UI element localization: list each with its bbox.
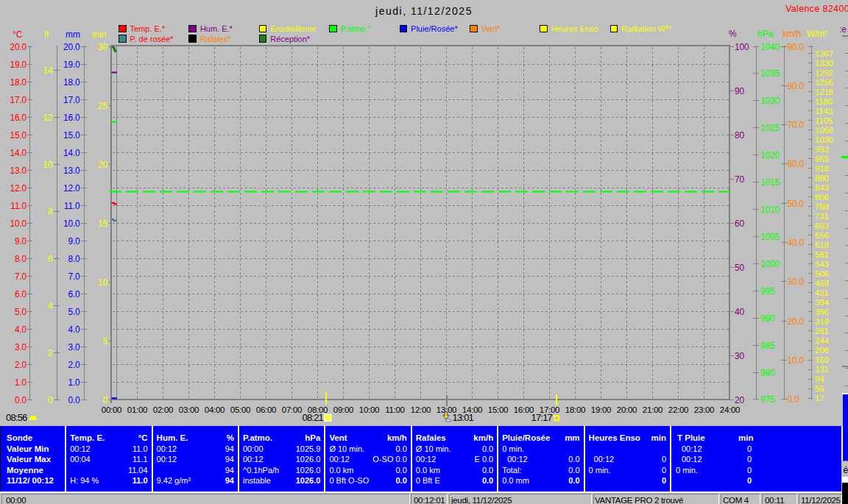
svg-text:21:00: 21:00 xyxy=(643,405,662,414)
svg-text:10.0: 10.0 xyxy=(10,219,26,229)
svg-text:11.0: 11.0 xyxy=(64,201,80,211)
svg-text:768: 768 xyxy=(815,202,829,211)
svg-text:11.0: 11.0 xyxy=(10,201,26,211)
svg-text:0.0: 0.0 xyxy=(396,466,407,475)
svg-text:Hum. E.*: Hum. E.* xyxy=(200,24,233,33)
svg-text:319: 319 xyxy=(815,317,829,326)
svg-text:14.0: 14.0 xyxy=(63,148,80,158)
svg-text:11.1: 11.1 xyxy=(132,455,148,464)
svg-text:Total:: Total: xyxy=(502,466,521,475)
svg-text:00:12:01: 00:12:01 xyxy=(414,496,445,504)
svg-text:431: 431 xyxy=(815,288,829,297)
svg-text:km/h: km/h xyxy=(782,29,801,39)
svg-text:0 Bft E: 0 Bft E xyxy=(416,476,440,485)
svg-text:1255: 1255 xyxy=(815,78,833,87)
svg-text:25: 25 xyxy=(98,101,107,111)
svg-text:00:12: 00:12 xyxy=(243,455,264,464)
svg-text:1026.0: 1026.0 xyxy=(296,455,321,464)
svg-text:17.0: 17.0 xyxy=(63,95,80,105)
svg-text:Ø 10 min.: Ø 10 min. xyxy=(329,444,364,453)
svg-text:W/m²: W/m² xyxy=(807,29,827,39)
svg-text:806: 806 xyxy=(815,193,829,202)
svg-text:km/h: km/h xyxy=(387,433,407,442)
svg-text:%: % xyxy=(227,433,234,442)
svg-text:0.0: 0.0 xyxy=(15,395,27,405)
svg-text:0: 0 xyxy=(747,455,752,464)
svg-text:10: 10 xyxy=(43,160,53,170)
svg-text:Hum. E.: Hum. E. xyxy=(157,433,188,442)
svg-text:Valeur Max: Valeur Max xyxy=(7,455,52,464)
svg-text:11/12/ 00:12: 11/12/ 00:12 xyxy=(7,476,54,485)
svg-text:20: 20 xyxy=(735,395,744,405)
svg-text:01:00: 01:00 xyxy=(127,405,147,414)
svg-text:70: 70 xyxy=(735,174,744,185)
svg-text:20:00: 20:00 xyxy=(617,405,637,414)
svg-text:COM 4: COM 4 xyxy=(723,496,749,504)
svg-text:18.0: 18.0 xyxy=(63,77,80,88)
svg-text:30: 30 xyxy=(735,351,744,361)
svg-text:2.0: 2.0 xyxy=(68,360,80,370)
svg-text:5.0: 5.0 xyxy=(68,307,80,317)
svg-text:1068: 1068 xyxy=(815,126,833,135)
svg-text:00:00: 00:00 xyxy=(6,496,26,504)
svg-text:1026.0: 1026.0 xyxy=(296,476,321,485)
svg-text:P. de rosée*: P. de rosée* xyxy=(130,35,174,43)
svg-text:00:12: 00:12 xyxy=(157,455,177,464)
svg-text:1105: 1105 xyxy=(815,116,833,125)
svg-text:15.0: 15.0 xyxy=(10,130,26,141)
svg-text:980: 980 xyxy=(760,368,775,378)
svg-text:12:00: 12:00 xyxy=(411,405,431,414)
svg-text:1010: 1010 xyxy=(760,205,780,215)
svg-text:1218: 1218 xyxy=(815,88,833,96)
svg-text:Sonde: Sonde xyxy=(7,433,32,442)
svg-text:80.0: 80.0 xyxy=(788,81,805,91)
svg-text:880: 880 xyxy=(815,174,829,182)
svg-text:70.0: 70.0 xyxy=(788,120,805,130)
svg-text:13.0: 13.0 xyxy=(63,166,80,176)
svg-text:80: 80 xyxy=(735,130,744,141)
svg-text:0.0: 0.0 xyxy=(396,476,407,485)
svg-text:20.0: 20.0 xyxy=(63,42,80,52)
svg-text:506: 506 xyxy=(815,269,829,278)
svg-text:O-SO 0.0: O-SO 0.0 xyxy=(372,455,406,464)
svg-text:3.0: 3.0 xyxy=(68,342,80,352)
svg-text:18.0: 18.0 xyxy=(10,77,26,88)
svg-text:°C: °C xyxy=(13,29,23,40)
svg-text:07:00: 07:00 xyxy=(282,405,302,414)
svg-text:693: 693 xyxy=(815,221,829,230)
svg-text:12.0: 12.0 xyxy=(63,183,80,194)
svg-text:0.0 mm: 0.0 mm xyxy=(502,476,529,485)
svg-text:581: 581 xyxy=(815,250,829,259)
svg-text:206: 206 xyxy=(815,346,829,355)
svg-text:6.0: 6.0 xyxy=(15,289,27,299)
svg-text:50: 50 xyxy=(735,263,744,273)
svg-text:00:00: 00:00 xyxy=(243,444,264,453)
svg-text:40.0: 40.0 xyxy=(788,238,805,248)
svg-text:1020: 1020 xyxy=(760,150,780,160)
svg-text:09:00: 09:00 xyxy=(333,405,353,414)
svg-text:jeudi, 11/12/2025: jeudi, 11/12/2025 xyxy=(375,5,473,17)
svg-text:19.0: 19.0 xyxy=(10,60,26,70)
svg-text:km/h: km/h xyxy=(473,433,493,442)
svg-text:94: 94 xyxy=(225,466,234,475)
svg-text:993: 993 xyxy=(815,145,829,154)
svg-text:955: 955 xyxy=(815,155,829,163)
svg-text:11/12/2025: 11/12/2025 xyxy=(801,496,841,504)
svg-text:4.0: 4.0 xyxy=(68,324,80,335)
svg-text:mm: mm xyxy=(565,433,579,442)
svg-text:0.0: 0.0 xyxy=(788,394,800,405)
svg-text:Vent: Vent xyxy=(329,433,347,442)
svg-text:2.0: 2.0 xyxy=(15,360,27,370)
svg-text:0 min.: 0 min. xyxy=(676,466,698,475)
svg-text:T Pluie: T Pluie xyxy=(677,433,705,442)
svg-text:04:00: 04:00 xyxy=(205,405,225,414)
svg-text:1292: 1292 xyxy=(815,68,833,77)
svg-text:990: 990 xyxy=(760,313,775,324)
svg-text:0.0 km: 0.0 km xyxy=(416,466,440,475)
svg-text:02:00: 02:00 xyxy=(153,405,173,414)
svg-text:0.0: 0.0 xyxy=(568,455,579,464)
svg-text:11:00: 11:00 xyxy=(385,405,404,414)
svg-text:10: 10 xyxy=(98,277,107,288)
svg-text:^0.1hPa/h: ^0.1hPa/h xyxy=(243,466,279,475)
svg-text:0: 0 xyxy=(662,476,666,485)
